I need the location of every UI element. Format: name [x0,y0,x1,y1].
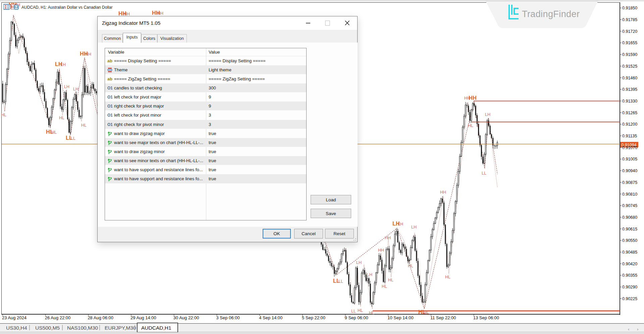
svg-text:LH: LH [64,84,69,89]
svg-text:HL: HL [468,123,473,128]
svg-text:0.91265: 0.91265 [622,111,637,115]
svg-text:US500,M5: US500,M5 [35,325,60,331]
svg-text:HL: HL [369,311,374,315]
svg-text:LH: LH [367,272,372,277]
svg-text:NAS100,M30: NAS100,M30 [67,325,98,331]
svg-text:26 Aug 22:00: 26 Aug 22:00 [45,315,71,320]
svg-text:HL: HL [388,278,393,282]
svg-text:11 Sep 22:00: 11 Sep 22:00 [430,315,456,320]
svg-text:HH: HH [469,95,477,101]
svg-text:3 Sep 06:00: 3 Sep 06:00 [216,315,240,320]
svg-text:ab: ab [107,76,112,81]
svg-text:0.90810: 0.90810 [622,192,637,197]
svg-text:10 Sep 14:00: 10 Sep 14:00 [387,315,413,320]
svg-text:ab: ab [107,58,112,63]
svg-text:LH: LH [356,260,362,265]
svg-text:0.90615: 0.90615 [622,227,637,231]
svg-text:LL: LL [338,279,343,284]
svg-text:0.91525: 0.91525 [622,64,637,69]
svg-text:0.90680: 0.90680 [622,215,637,220]
svg-text:HH: HH [85,52,91,57]
svg-text:O1: O1 [107,86,113,90]
svg-text:LH: LH [411,225,417,229]
svg-text:HH: HH [385,236,391,240]
svg-text:EURJPY,M30: EURJPY,M30 [105,325,136,331]
svg-text:LL: LL [71,136,75,141]
svg-text:29 Aug 14:00: 29 Aug 14:00 [130,315,156,320]
svg-text:AUDCAD,H1: AUDCAD,H1 [141,325,171,331]
svg-text:9 Sep 06:00: 9 Sep 06:00 [345,315,368,320]
svg-text:0.90485: 0.90485 [622,250,637,255]
svg-text:0.91395: 0.91395 [622,87,637,92]
svg-text:LL: LL [351,309,356,314]
svg-text:0.90355: 0.90355 [622,273,637,278]
svg-text:LH: LH [73,87,78,91]
svg-text:0.91850: 0.91850 [622,6,637,10]
svg-text:HL: HL [408,264,413,268]
svg-text:LH: LH [485,112,490,117]
svg-text:US30,H4: US30,H4 [6,325,27,331]
svg-text:30 Aug 22:00: 30 Aug 22:00 [173,315,199,320]
svg-text:HL: HL [81,123,87,128]
svg-text:›: › [637,327,638,332]
svg-text:HH: HH [124,12,130,16]
svg-text:0.91655: 0.91655 [622,41,637,45]
svg-text:0.91460: 0.91460 [622,76,637,80]
svg-text:4 Sep 14:00: 4 Sep 14:00 [259,315,282,320]
svg-text:0.90225: 0.90225 [622,296,637,301]
svg-text:0.90420: 0.90420 [622,262,637,266]
svg-text:LH: LH [60,62,66,67]
svg-text:LH: LH [398,222,403,226]
svg-text:HL: HL [59,116,64,120]
svg-text:‹: ‹ [628,327,629,332]
svg-text:0.91590: 0.91590 [622,52,637,57]
svg-text:HL: HL [51,130,57,135]
svg-text:O1: O1 [107,122,113,127]
svg-text:TradingFinder: TradingFinder [522,9,580,19]
svg-text:23 Aug 2024: 23 Aug 2024 [2,315,26,320]
svg-text:HL: HL [358,308,363,313]
svg-text:28 Aug 06:00: 28 Aug 06:00 [88,315,113,320]
svg-text:LL: LL [482,171,486,176]
svg-text:0.91720: 0.91720 [622,29,637,34]
svg-text:0.91200: 0.91200 [622,122,637,127]
svg-text:HH: HH [157,11,163,16]
svg-text:0.90875: 0.90875 [622,180,637,185]
svg-text:O1: O1 [107,104,113,109]
svg-text:HL: HL [382,284,387,289]
svg-text:O1: O1 [107,95,113,99]
svg-text:0.91330: 0.91330 [622,99,637,104]
svg-text:HH: HH [440,190,446,195]
svg-text:O1: O1 [107,113,113,118]
svg-text:0.91070: 0.91070 [622,145,637,150]
svg-text:0.90745: 0.90745 [622,203,637,208]
svg-text:0.90550: 0.90550 [622,238,637,243]
svg-text:HL: HL [424,310,429,315]
svg-text:0.90290: 0.90290 [622,285,637,289]
svg-text:AUDCAD, H1: Australian Dollar: AUDCAD, H1: Australian Dollar vs Canadia… [21,5,112,10]
svg-text:0.91005: 0.91005 [622,157,637,161]
svg-text:0.91135: 0.91135 [622,134,637,138]
svg-text:0.90940: 0.90940 [622,169,637,173]
svg-text:5 Sep 22:00: 5 Sep 22:00 [302,315,325,320]
svg-text:HH: HH [378,248,384,253]
svg-text:13 Sep 06:00: 13 Sep 06:00 [473,315,499,320]
svg-text:HL: HL [1,113,6,117]
svg-text:0.91785: 0.91785 [622,17,637,22]
svg-text:HL: HL [445,275,450,279]
